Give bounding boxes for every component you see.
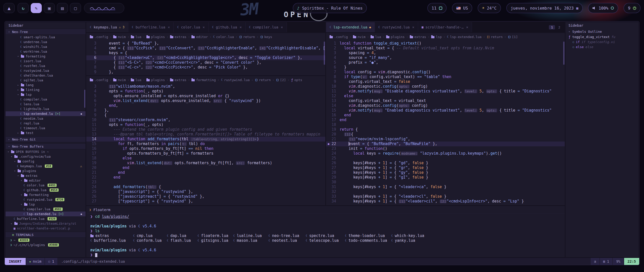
pill-keyboard-layout[interactable]: US [452, 3, 472, 13]
tree-item[interactable]: ☾keymaps.lua#10⚠ [6, 164, 86, 168]
code-line[interactable]: 15 vim.notify(msg: "Enabled diagnostics … [326, 108, 565, 113]
tab-close-icon[interactable]: × [412, 25, 414, 29]
tree-item[interactable]: ☾color.lua#493 [6, 183, 86, 188]
code-line[interactable]: 10 [1]"stevearc/conform.nvim", [86, 118, 325, 122]
breadcrumb-segment[interactable]: ☾rustywind.lua [221, 78, 250, 82]
tree-item[interactable]: ☾lsp-extended.lu[+]● [6, 111, 86, 116]
tree-item[interactable]: ☾winshift.lua [6, 44, 86, 49]
tab-color-lua[interactable]: ☾color.lua× [174, 22, 209, 32]
code-line[interactable]: 34 keys[#keys + 1] = { [1]"<leader>cil",… [326, 199, 565, 204]
breadcrumb-segment[interactable]: plugins [386, 35, 405, 39]
tree-item[interactable]: ▸lang [6, 83, 86, 87]
tab-bufferline-lua[interactable]: ☾bufferline.lua× [128, 22, 174, 32]
tree-item[interactable]: ☾repl.lua [6, 121, 86, 126]
tree-item[interactable]: ☾isort.lua [6, 59, 86, 63]
code-line[interactable]: 7 end, [86, 103, 325, 108]
pane-color-lua[interactable]: .config›nvim›lua›plugins›extras›editor›☾… [86, 33, 325, 75]
code-line[interactable]: 5 opts.ensure_installed = opts.ensure_in… [86, 94, 325, 98]
statusline-segment[interactable]: a [591, 258, 599, 265]
tree-item[interactable]: ▾.config/nvim/lua [6, 154, 86, 159]
breadcrumb-segment[interactable]: {}return [255, 78, 271, 82]
code-line[interactable]: 25 [326, 156, 565, 161]
code-line[interactable]: 4 opts = function(_, opts) [86, 89, 325, 94]
tree-item[interactable]: ☾compiler.lua#682 [6, 207, 86, 212]
breadcrumb-segment[interactable]: .config [90, 35, 108, 39]
code-line[interactable]: 7 local config = vim.diagnostic.config() [326, 70, 565, 75]
breadcrumb-segment[interactable]: nvim [113, 78, 126, 82]
pill-weather[interactable]: ☀24°C [478, 3, 501, 13]
terminal-line[interactable]: ❯ls [90, 229, 561, 233]
window-title-scribble[interactable] [84, 3, 124, 13]
tree-item[interactable]: ☾rustywind.lua#726 [6, 197, 86, 202]
breadcrumb-segment[interactable]: ƒopts [291, 78, 302, 82]
tab-keymaps-lua[interactable]: ☾keymaps.lua⚠ 3 [86, 22, 128, 32]
breadcrumb-segment[interactable]: {}[2] [276, 78, 286, 82]
code-line[interactable]: 33 keys[#keys + 1] = { "<leader>cl", fal… [326, 194, 565, 199]
tree-item[interactable]: ▾OPEN BUFFERS in ~ [6, 149, 86, 154]
file-entry[interactable]: ☾which-key.lua [391, 233, 561, 238]
terminal-line[interactable]: nvim/lua/plugins via ☾ v5.4.6 [90, 224, 561, 229]
code-line[interactable]: 19 vim.list_extend(dst: opts.formatters_… [86, 161, 325, 165]
breadcrumb-segment[interactable]: extras [170, 35, 186, 39]
breadcrumb-segment[interactable]: .config [90, 78, 108, 82]
code-line[interactable]: 9 }, [86, 70, 325, 75]
code-line[interactable]: 11 opts = function(_, opts) [86, 122, 325, 127]
code-line[interactable]: 24 add_formatters(tbl: { [86, 185, 325, 189]
code-line[interactable]: 8 { [1]"<C-c>", [2]"<cmd>CccPick<cr>", d… [86, 65, 325, 70]
code-view[interactable]: 1local function toggle_diag_virtext()2 l… [326, 41, 565, 205]
file-entry[interactable]: ☾todo-comments.lua [345, 238, 391, 243]
tree-item[interactable]: ☾compiler.lua [6, 97, 86, 102]
code-line[interactable]: 4 cmd = { [1]"CccPick", [2]"CccConvert",… [86, 46, 325, 51]
code-line[interactable]: 6 { [1]"<leader>uC", [2]"<cmd>CccHighlig… [86, 55, 325, 60]
code-line[interactable]: 12 --- Extend the conform plugin config … [86, 127, 325, 132]
tree-item[interactable]: ☾rustfmt.lua [6, 63, 86, 68]
tab-close-icon[interactable]: × [466, 25, 468, 29]
pill-volume[interactable]: 100% [588, 3, 618, 13]
tab-close-icon[interactable]: × [281, 25, 283, 29]
breadcrumb-segment[interactable]: lsp [431, 35, 441, 39]
symbols-outline-header[interactable]: ▾ Symbols Outline [566, 29, 638, 34]
terminal-line[interactable] [90, 243, 561, 248]
tab-close-icon[interactable]: × [168, 25, 170, 29]
breadcrumb-segment[interactable]: .config [330, 35, 348, 39]
tree-item[interactable]: ☾lightbulb.lua [6, 107, 86, 111]
breadcrumb-segment[interactable]: nvim [113, 35, 126, 39]
statusline-segment[interactable]: 9% [613, 258, 624, 265]
tree-item[interactable]: ▦scrollbar-handle-vertical.p [6, 226, 86, 231]
pane-rustywind-lua[interactable]: .config›nvim›lua›plugins›extras›formatti… [86, 76, 325, 205]
code-line[interactable]: 16 end [326, 113, 565, 118]
tree-item[interactable]: ☾neodim.lua [6, 116, 86, 121]
tree-item[interactable]: ▾lsp [6, 92, 86, 97]
tree-item[interactable]: ☾worktree.lua [6, 49, 86, 54]
code-line[interactable]: 4 source = "if_many", [326, 55, 565, 60]
tree-item[interactable]: ☾shellharden.lua [6, 73, 86, 78]
tab-lsp-extended-lua[interactable]: ☾lsp-extended.lua● [326, 22, 375, 32]
file-entry[interactable]: ☾floaterm.lua [197, 233, 233, 238]
topbar-button-1[interactable]: ✎ [31, 3, 42, 13]
code-line[interactable]: 29 keys[#keys + 1] = { "gI", false } [326, 175, 565, 180]
tree-item[interactable]: ❯~/.c/n/l/plugins#3980 [6, 243, 86, 247]
tree-item[interactable]: ☾smart-splits.lua [6, 35, 86, 40]
tree-item[interactable]: ❯~#2859 [6, 238, 86, 243]
tree-item[interactable]: ▾plugins [6, 168, 86, 173]
terminal-line[interactable]: ❯cdlua/plugins/ [90, 214, 561, 219]
tree-item[interactable]: ▾lsp [6, 202, 86, 207]
topbar-button-4[interactable]: ▢ [70, 3, 81, 13]
code-line[interactable]: 3 [1]"williamboman/mason.nvim", [86, 84, 325, 89]
code-line[interactable]: 22 end [86, 175, 325, 180]
breadcrumb-segment[interactable]: lua [131, 78, 141, 82]
breadcrumb-segment[interactable]: plugins [146, 78, 165, 82]
tab-github-lua[interactable]: ☾github.lua× [209, 22, 246, 32]
code-line[interactable]: 8 }, [86, 108, 325, 113]
terminal-listing-row[interactable]: extras☾cmp.lua☾dap.lua☾floaterm.lua☾lual… [90, 233, 561, 238]
terminal-line[interactable]: ❯ [90, 253, 561, 257]
file-entry[interactable]: ☾dap.lua [167, 233, 197, 238]
tab-rustywind-lua[interactable]: ☾rustywind.lua× [375, 22, 418, 32]
outline-item[interactable]: ƒtoggle_diag_virtextfu [566, 34, 638, 39]
pill-updates[interactable]: 11 [427, 3, 447, 13]
sidebar-scrollbar[interactable] [84, 90, 85, 108]
tab-close-icon[interactable]: × [239, 25, 242, 29]
code-line[interactable]: 21 end [86, 170, 325, 175]
code-line[interactable]: 14 local function add_formatters(tbl :ta… [86, 137, 325, 142]
code-line[interactable]: 9 { [86, 113, 325, 118]
